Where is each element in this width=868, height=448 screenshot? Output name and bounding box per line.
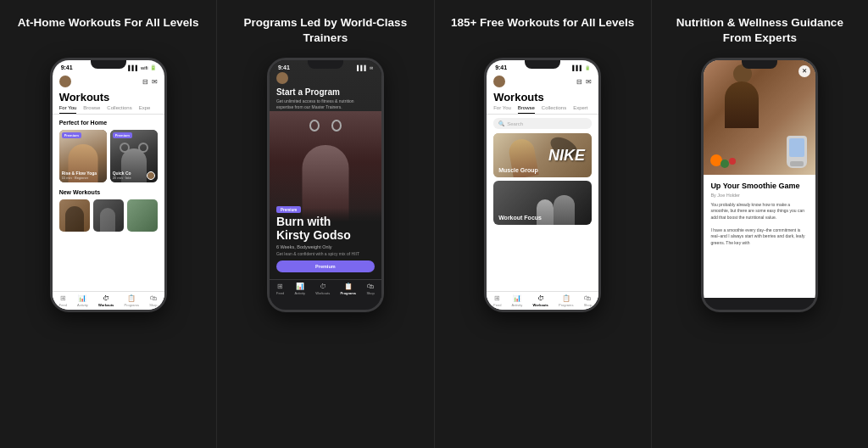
p2-premium-badge: Premium [276,206,301,213]
nav-shop-label-2: Shop [366,291,374,295]
workouts-icon: ⏱ [103,294,109,302]
p2-background: 9:41 ▌▌▌ ✉ Start a Program Get unlimited… [270,60,381,298]
p2-top-section: Start a Program Get unlimited access to … [276,72,375,110]
activity-icon-2: 📊 [296,283,304,290]
article-title: Up Your Smoothie Game [710,182,809,191]
nav-programs-2[interactable]: 📋 Programs [340,283,356,295]
nav-workouts-1[interactable]: ⏱ Workouts [98,294,114,307]
nav-workouts-3[interactable]: ⏱ Workouts [532,294,548,307]
p2-program-title: Burn withKirsty Godso [276,215,375,242]
signal-icon-2: ▌▌▌ [357,65,368,70]
status-icons-3: ▌▌▌ 🔋 [572,65,590,70]
tab-browse[interactable]: Browse [83,105,100,114]
rings [120,143,148,153]
nav-activity-3[interactable]: 📊 Activity [512,294,523,307]
activity-icon: 📊 [78,294,86,302]
tab-collections[interactable]: Collections [107,105,131,114]
new-workout-3[interactable] [127,199,158,232]
blender-base [790,161,804,166]
card-quick[interactable]: Premium Quick Co 20 min · Inte [110,130,158,182]
p1-avatar [59,76,71,87]
card-avatar-thumb [147,171,155,180]
panel-at-home: At-Home Workouts For All Levels 9:41 ▌▌▌… [0,0,217,448]
new-workouts-row [53,199,164,232]
p3-mail-icon[interactable]: ✉ [586,78,592,86]
nav-feed-3[interactable]: ⊞ Feed [493,294,501,307]
premium-badge-2: Premium [113,132,132,138]
nav-activity-label: Activity [77,303,88,307]
p3-tab-browse[interactable]: Browse [518,105,535,114]
p3-tab-foryou[interactable]: For You [493,105,511,114]
nav-activity-1[interactable]: 📊 Activity [77,294,88,307]
phone-2: 9:41 ▌▌▌ ✉ Start a Program Get unlimited… [267,58,384,312]
p3-bookmark-icon[interactable]: ⊟ [576,78,582,86]
nav-activity-label-3: Activity [512,303,523,307]
p1-tabs: For You Browse Collections Expe [53,105,164,115]
tab-for-you[interactable]: For You [59,105,77,114]
nav-programs-1[interactable]: 📋 Programs [125,294,139,307]
panel-nutrition: Nutrition & Wellness Guidance From Exper… [652,0,868,448]
p4-person [704,60,815,174]
card-yoga[interactable]: Premium Rise & Flow Yoga 15 min · Beginn… [59,130,107,182]
panel3-title: 185+ Free Workouts for All Levels [451,15,634,46]
panel1-title: At-Home Workouts For All Levels [18,15,199,46]
p3-header: ⊟ ✉ [487,72,598,89]
nav-feed-label-2: Feed [276,291,284,295]
signal-icon: ▌▌▌ [128,65,139,70]
nav-feed-label: Feed [59,303,67,307]
bookmark-icon[interactable]: ⊟ [142,78,148,86]
new-workout-2[interactable] [93,199,124,232]
wifi-icon: wifi [141,65,148,70]
p3-tab-expert[interactable]: Expert [573,105,587,114]
nav-shop-1[interactable]: 🛍 Shop [149,294,157,307]
ring-left [120,143,130,153]
nav-shop-2[interactable]: 🛍 Shop [366,283,374,295]
mail-icon-2: ✉ [370,65,373,70]
nav-programs-3[interactable]: 📋 Programs [559,294,573,307]
p2-cta-button[interactable]: Premium [276,260,375,272]
p3-app-title: Workouts [487,89,598,105]
nav-feed-2[interactable]: ⊞ Feed [276,283,284,295]
mail-icon[interactable]: ✉ [152,78,158,86]
app-container: At-Home Workouts For All Levels 9:41 ▌▌▌… [0,0,868,448]
workouts-icon-2: ⏱ [320,283,326,290]
grid-muscle-label: Muscle Group [498,167,538,173]
programs-icon-3: 📋 [562,294,570,302]
bottom-nav-1: ⊞ Feed 📊 Activity ⏱ Workouts 📋 Programs [53,291,164,310]
battery-icon: 🔋 [150,64,156,70]
sprint-person-2 [537,199,554,225]
p3-search-bar[interactable]: 🔍 Search [493,118,592,129]
battery-icon-3: 🔋 [585,65,590,70]
p4-hero-image: ✕ [704,60,815,174]
panel4-title: Nutrition & Wellness Guidance From Exper… [664,15,856,46]
status-time-2: 9:41 [278,64,290,70]
nav-workouts-2[interactable]: ⏱ Workouts [315,283,330,295]
ring-right [138,143,148,153]
status-time-1: 9:41 [61,64,73,70]
nav-feed-1[interactable]: ⊞ Feed [59,294,67,307]
nav-shop-3[interactable]: 🛍 Shop [584,294,592,307]
nav-workouts-label-2: Workouts [315,291,330,295]
feed-icon-2: ⊞ [277,283,283,290]
workouts-icon-3: ⏱ [537,294,544,302]
programs-icon-2: 📋 [344,283,353,290]
article-text: You probably already know how to make a … [710,202,809,247]
grid-focus[interactable]: Workout Focus [493,181,592,225]
grid-focus-label: Workout Focus [498,215,542,221]
p3-avatar [493,76,505,87]
nike-logo: NIKE [548,147,585,165]
screen-4: ✕ Up Your Smoothie Game By Joe Holder Yo… [704,60,815,298]
phone-notch-3 [525,60,560,69]
p3-tab-collections[interactable]: Collections [542,105,566,114]
p1-header-icons: ⊟ ✉ [142,78,158,86]
tab-expert[interactable]: Expe [139,105,151,114]
nav-activity-2[interactable]: 📊 Activity [294,283,305,295]
nav-workouts-label: Workouts [98,303,114,307]
status-icons-2: ▌▌▌ ✉ [357,65,373,70]
ring-p2-r [331,120,342,132]
section-perfect-home: Perfect for Home [53,118,164,127]
new-workout-1[interactable] [59,199,90,232]
nav-activity-label-2: Activity [294,291,305,295]
grid-muscle[interactable]: NIKE Muscle Group [493,133,592,177]
p1-cards: Premium Rise & Flow Yoga 15 min · Beginn… [53,130,164,182]
